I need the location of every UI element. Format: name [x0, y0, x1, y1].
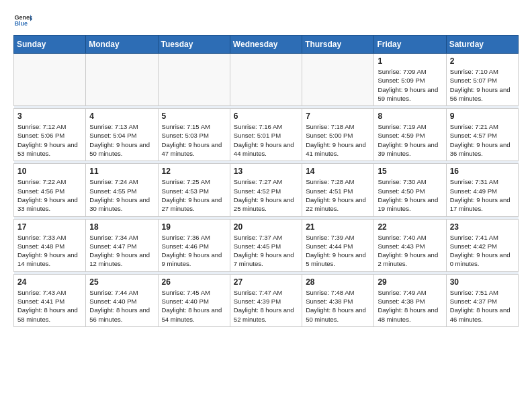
logo-icon: General Blue	[13, 11, 32, 30]
day-number: 12	[162, 167, 226, 176]
calendar-cell	[14, 54, 86, 106]
day-number: 30	[450, 277, 515, 287]
calendar-cell: 22Sunrise: 7:40 AMSunset: 4:43 PMDayligh…	[374, 219, 446, 271]
day-info: Sunrise: 7:49 AMSunset: 4:38 PMDaylight:…	[378, 288, 442, 324]
calendar-cell: 26Sunrise: 7:45 AMSunset: 4:40 PMDayligh…	[158, 274, 230, 326]
day-number: 11	[89, 167, 154, 176]
calendar-cell: 9Sunrise: 7:21 AMSunset: 4:57 PMDaylight…	[446, 109, 518, 161]
day-info: Sunrise: 7:43 AMSunset: 4:41 PMDaylight:…	[17, 288, 82, 324]
day-info: Sunrise: 7:34 AMSunset: 4:47 PMDaylight:…	[89, 233, 154, 269]
day-header-saturday: Saturday	[446, 36, 518, 54]
day-header-sunday: Sunday	[14, 36, 86, 54]
day-info: Sunrise: 7:27 AMSunset: 4:52 PMDaylight:…	[234, 177, 298, 213]
calendar-cell	[158, 54, 230, 106]
day-number: 22	[378, 222, 442, 232]
calendar-header-row: SundayMondayTuesdayWednesdayThursdayFrid…	[14, 36, 519, 54]
calendar-week-row: 17Sunrise: 7:33 AMSunset: 4:48 PMDayligh…	[14, 219, 519, 271]
day-info: Sunrise: 7:10 AMSunset: 5:07 PMDaylight:…	[450, 67, 515, 103]
day-info: Sunrise: 7:41 AMSunset: 4:42 PMDaylight:…	[450, 233, 515, 269]
calendar-week-row: 24Sunrise: 7:43 AMSunset: 4:41 PMDayligh…	[14, 274, 519, 326]
calendar-cell: 16Sunrise: 7:31 AMSunset: 4:49 PMDayligh…	[446, 164, 518, 216]
calendar-week-row: 1Sunrise: 7:09 AMSunset: 5:09 PMDaylight…	[14, 54, 519, 106]
calendar-cell: 12Sunrise: 7:25 AMSunset: 4:53 PMDayligh…	[158, 164, 230, 216]
calendar-table: SundayMondayTuesdayWednesdayThursdayFrid…	[13, 35, 519, 327]
day-number: 20	[234, 222, 298, 232]
day-number: 26	[162, 277, 226, 287]
day-info: Sunrise: 7:28 AMSunset: 4:51 PMDaylight:…	[306, 177, 370, 213]
day-info: Sunrise: 7:40 AMSunset: 4:43 PMDaylight:…	[378, 233, 442, 269]
day-number: 25	[89, 277, 154, 287]
calendar-cell	[230, 54, 302, 106]
day-number: 5	[162, 111, 226, 121]
page-header: General Blue	[13, 11, 519, 30]
day-number: 14	[306, 167, 370, 176]
day-info: Sunrise: 7:37 AMSunset: 4:45 PMDaylight:…	[234, 233, 298, 269]
day-info: Sunrise: 7:24 AMSunset: 4:55 PMDaylight:…	[89, 177, 154, 213]
day-info: Sunrise: 7:44 AMSunset: 4:40 PMDaylight:…	[89, 288, 154, 324]
day-info: Sunrise: 7:25 AMSunset: 4:53 PMDaylight:…	[162, 177, 226, 213]
day-number: 29	[378, 277, 442, 287]
day-number: 13	[234, 167, 298, 176]
calendar-cell: 18Sunrise: 7:34 AMSunset: 4:47 PMDayligh…	[86, 219, 158, 271]
day-number: 7	[306, 111, 370, 121]
day-number: 9	[450, 111, 515, 121]
day-number: 16	[450, 167, 515, 176]
day-info: Sunrise: 7:47 AMSunset: 4:39 PMDaylight:…	[234, 288, 298, 324]
day-header-friday: Friday	[374, 36, 446, 54]
day-info: Sunrise: 7:48 AMSunset: 4:38 PMDaylight:…	[306, 288, 370, 324]
day-number: 21	[306, 222, 370, 232]
day-info: Sunrise: 7:39 AMSunset: 4:44 PMDaylight:…	[306, 233, 370, 269]
calendar-cell: 8Sunrise: 7:19 AMSunset: 4:59 PMDaylight…	[374, 109, 446, 161]
calendar-cell: 23Sunrise: 7:41 AMSunset: 4:42 PMDayligh…	[446, 219, 518, 271]
calendar-cell: 15Sunrise: 7:30 AMSunset: 4:50 PMDayligh…	[374, 164, 446, 216]
calendar-cell: 5Sunrise: 7:15 AMSunset: 5:03 PMDaylight…	[158, 109, 230, 161]
day-number: 8	[378, 111, 442, 121]
day-info: Sunrise: 7:16 AMSunset: 5:01 PMDaylight:…	[234, 122, 298, 158]
calendar-cell: 25Sunrise: 7:44 AMSunset: 4:40 PMDayligh…	[86, 274, 158, 326]
day-info: Sunrise: 7:15 AMSunset: 5:03 PMDaylight:…	[162, 122, 226, 158]
calendar-cell: 13Sunrise: 7:27 AMSunset: 4:52 PMDayligh…	[230, 164, 302, 216]
calendar-cell: 2Sunrise: 7:10 AMSunset: 5:07 PMDaylight…	[446, 54, 518, 106]
svg-text:General: General	[14, 14, 32, 21]
calendar-cell: 17Sunrise: 7:33 AMSunset: 4:48 PMDayligh…	[14, 219, 86, 271]
day-number: 24	[17, 277, 82, 287]
day-number: 17	[17, 222, 82, 232]
calendar-cell: 21Sunrise: 7:39 AMSunset: 4:44 PMDayligh…	[302, 219, 374, 271]
day-number: 6	[234, 111, 298, 121]
day-info: Sunrise: 7:33 AMSunset: 4:48 PMDaylight:…	[17, 233, 82, 269]
day-number: 1	[378, 56, 442, 66]
day-info: Sunrise: 7:12 AMSunset: 5:06 PMDaylight:…	[17, 122, 82, 158]
day-info: Sunrise: 7:45 AMSunset: 4:40 PMDaylight:…	[162, 288, 226, 324]
calendar-cell: 7Sunrise: 7:18 AMSunset: 5:00 PMDaylight…	[302, 109, 374, 161]
day-info: Sunrise: 7:22 AMSunset: 4:56 PMDaylight:…	[17, 177, 82, 213]
logo: General Blue	[13, 11, 32, 30]
day-number: 10	[17, 167, 82, 176]
day-info: Sunrise: 7:13 AMSunset: 5:04 PMDaylight:…	[89, 122, 154, 158]
day-header-thursday: Thursday	[302, 36, 374, 54]
calendar-cell: 24Sunrise: 7:43 AMSunset: 4:41 PMDayligh…	[14, 274, 86, 326]
calendar-cell	[86, 54, 158, 106]
calendar-week-row: 3Sunrise: 7:12 AMSunset: 5:06 PMDaylight…	[14, 109, 519, 161]
day-info: Sunrise: 7:19 AMSunset: 4:59 PMDaylight:…	[378, 122, 442, 158]
calendar-cell: 14Sunrise: 7:28 AMSunset: 4:51 PMDayligh…	[302, 164, 374, 216]
day-number: 23	[450, 222, 515, 232]
day-number: 4	[89, 111, 154, 121]
calendar-cell: 1Sunrise: 7:09 AMSunset: 5:09 PMDaylight…	[374, 54, 446, 106]
day-number: 3	[17, 111, 82, 121]
day-info: Sunrise: 7:09 AMSunset: 5:09 PMDaylight:…	[378, 67, 442, 103]
day-number: 15	[378, 167, 442, 176]
day-info: Sunrise: 7:30 AMSunset: 4:50 PMDaylight:…	[378, 177, 442, 213]
day-number: 28	[306, 277, 370, 287]
day-number: 19	[162, 222, 226, 232]
calendar-cell: 20Sunrise: 7:37 AMSunset: 4:45 PMDayligh…	[230, 219, 302, 271]
day-number: 27	[234, 277, 298, 287]
calendar-cell: 28Sunrise: 7:48 AMSunset: 4:38 PMDayligh…	[302, 274, 374, 326]
day-number: 2	[450, 56, 515, 66]
calendar-cell: 3Sunrise: 7:12 AMSunset: 5:06 PMDaylight…	[14, 109, 86, 161]
day-header-monday: Monday	[86, 36, 158, 54]
day-info: Sunrise: 7:36 AMSunset: 4:46 PMDaylight:…	[162, 233, 226, 269]
calendar-cell: 30Sunrise: 7:51 AMSunset: 4:37 PMDayligh…	[446, 274, 518, 326]
calendar-cell: 11Sunrise: 7:24 AMSunset: 4:55 PMDayligh…	[86, 164, 158, 216]
day-number: 18	[89, 222, 154, 232]
calendar-cell: 27Sunrise: 7:47 AMSunset: 4:39 PMDayligh…	[230, 274, 302, 326]
